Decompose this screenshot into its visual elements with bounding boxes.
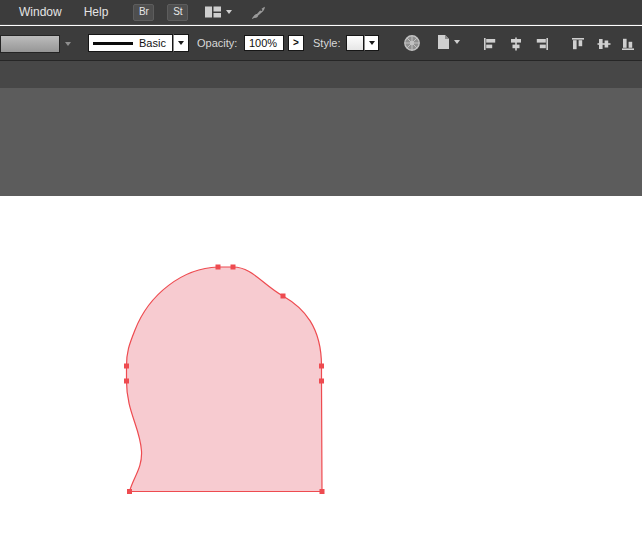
- opacity-expand-button[interactable]: >: [288, 35, 304, 51]
- align-vertical-top-button[interactable]: [570, 36, 586, 52]
- style-swatch[interactable]: [346, 35, 364, 51]
- style-label: Style:: [313, 26, 341, 60]
- align-horizontal-left-button[interactable]: [482, 36, 498, 52]
- fill-color-dropdown[interactable]: [0, 35, 71, 53]
- chevron-down-icon: [454, 40, 460, 44]
- arrange-documents-icon: [204, 5, 222, 19]
- chevron-down-icon: [369, 41, 375, 45]
- chevron-down-icon: [178, 41, 184, 45]
- menu-item-window[interactable]: Window: [8, 0, 73, 25]
- stock-button[interactable]: St: [167, 4, 188, 21]
- stroke-style-value: Basic: [139, 37, 166, 49]
- align-horizontal-center-button[interactable]: [508, 36, 524, 52]
- opacity-input[interactable]: [244, 35, 284, 51]
- recolor-artwork-icon[interactable]: [403, 34, 421, 52]
- document-setup-button[interactable]: [437, 34, 460, 50]
- pasteboard-shadow: [0, 61, 642, 88]
- document-icon: [437, 34, 450, 50]
- fill-color-swatch: [0, 35, 60, 53]
- align-horizontal-right-button[interactable]: [534, 36, 550, 52]
- bridge-button[interactable]: Br: [133, 4, 154, 21]
- align-vertical-center-button[interactable]: [596, 36, 612, 52]
- stroke-preview-line: [93, 42, 133, 45]
- menu-item-help[interactable]: Help: [73, 0, 120, 25]
- rocket-icon: [250, 4, 267, 21]
- stroke-style-chevron-button[interactable]: [173, 34, 189, 52]
- pasteboard: [0, 88, 642, 196]
- opacity-label: Opacity:: [197, 26, 237, 60]
- stroke-style-select[interactable]: Basic: [88, 34, 173, 52]
- control-bar: Basic Opacity: > Style:: [0, 26, 642, 61]
- illustrator-app-window: Window Help Br St Basic: [0, 0, 642, 537]
- style-chevron-button[interactable]: [364, 35, 379, 51]
- menu-bar: Window Help Br St: [0, 0, 642, 25]
- chevron-down-icon: [226, 10, 232, 14]
- share-button[interactable]: [250, 4, 267, 21]
- chevron-down-icon: [65, 42, 71, 46]
- artboard-canvas[interactable]: [0, 196, 642, 537]
- arrange-documents-button[interactable]: [204, 5, 232, 19]
- align-vertical-bottom-button[interactable]: [620, 36, 636, 52]
